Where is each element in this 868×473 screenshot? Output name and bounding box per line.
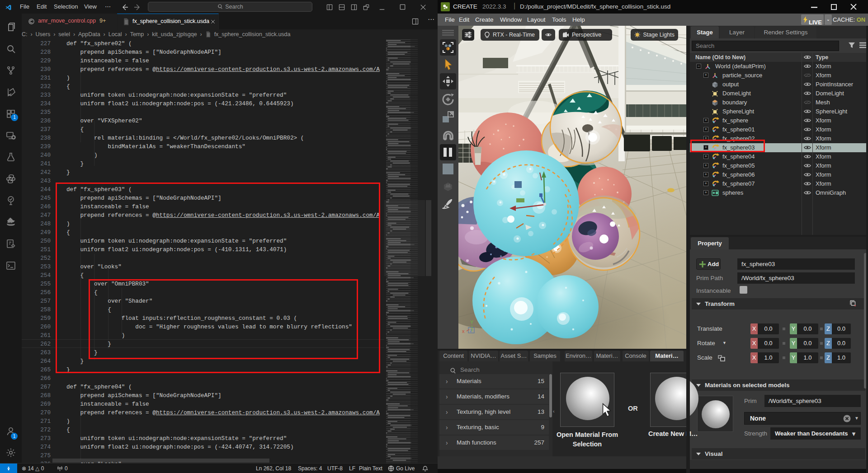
svg-text:z: z [470,328,472,333]
svg-text:Y: Y [470,319,474,325]
svg-text:x: x [462,328,465,334]
